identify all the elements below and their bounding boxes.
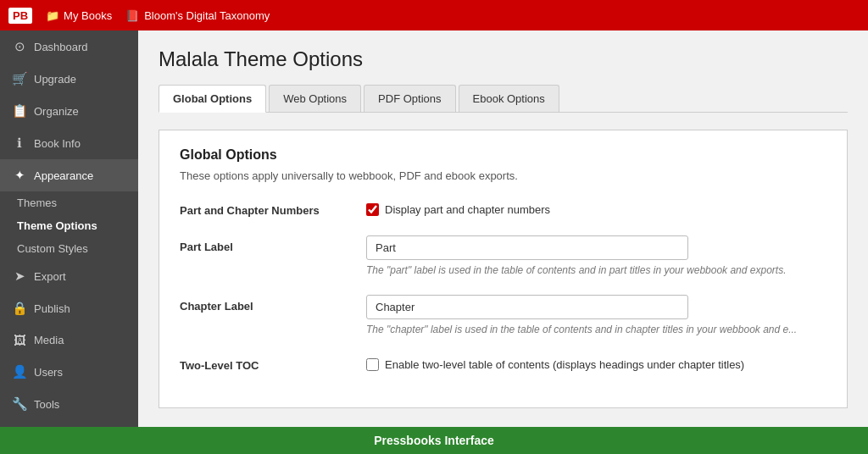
sidebar-item-export[interactable]: ➤ Export xyxy=(0,260,138,292)
checkbox-row-two-level-toc: Enable two-level table of contents (disp… xyxy=(366,354,826,371)
two-level-toc-label: Enable two-level table of contents (disp… xyxy=(385,358,744,371)
sidebar-label-dashboard: Dashboard xyxy=(34,41,88,53)
pb-logo[interactable]: PB xyxy=(8,8,32,24)
sidebar-label-publish: Publish xyxy=(34,302,70,315)
sidebar-subitem-themes[interactable]: Themes xyxy=(0,191,138,214)
sidebar-item-organize[interactable]: 📋 Organize xyxy=(0,95,138,127)
users-icon: 👤 xyxy=(12,364,27,379)
sidebar-item-appearance[interactable]: ✦ Appearance xyxy=(0,159,138,191)
sidebar-label-book-info: Book Info xyxy=(34,137,81,150)
sidebar-label-tools: Tools xyxy=(34,398,59,411)
option-control-part: The "part" label is used in the table of… xyxy=(366,235,826,276)
checkbox-row-part-chapter: Display part and chapter numbers xyxy=(366,199,826,216)
sidebar-label-users: Users xyxy=(34,366,63,379)
tab-pdf[interactable]: PDF Options xyxy=(364,85,455,112)
tools-icon: 🔧 xyxy=(12,396,27,412)
footer-bar: Pressbooks Interface xyxy=(0,427,868,454)
option-row-part-chapter: Part and Chapter Numbers Display part an… xyxy=(180,199,826,217)
sidebar-item-dashboard[interactable]: ⊙ Dashboard xyxy=(0,30,138,63)
footer-label: Pressbooks Interface xyxy=(374,434,494,447)
chapter-label-input[interactable] xyxy=(366,295,688,319)
sidebar: ⊙ Dashboard 🛒 Upgrade 📋 Organize ℹ Book … xyxy=(0,30,138,427)
option-label-part: Part Label xyxy=(180,235,349,253)
sidebar-subitem-theme-options[interactable]: Theme Options xyxy=(0,214,138,237)
sidebar-item-users[interactable]: 👤 Users xyxy=(0,356,138,388)
sidebar-item-book-info[interactable]: ℹ Book Info xyxy=(0,127,138,159)
sidebar-subitem-custom-styles[interactable]: Custom Styles xyxy=(0,237,138,260)
option-control-part-chapter: Display part and chapter numbers xyxy=(366,199,826,216)
page-title: Malala Theme Options xyxy=(159,47,848,71)
mybooks-link[interactable]: 📁 My Books xyxy=(46,9,112,22)
folder-icon: 📁 xyxy=(46,9,59,22)
sidebar-item-media[interactable]: 🖼 Media xyxy=(0,324,138,356)
appearance-icon: ✦ xyxy=(12,168,27,183)
organize-icon: 📋 xyxy=(12,103,27,119)
two-level-toc-checkbox[interactable] xyxy=(366,358,379,371)
tabs: Global Options Web Options PDF Options E… xyxy=(159,85,848,113)
dashboard-icon: ⊙ xyxy=(12,39,27,54)
sidebar-item-publish[interactable]: 🔒 Publish xyxy=(0,292,138,324)
sidebar-label-media: Media xyxy=(34,334,64,346)
mybooks-label: My Books xyxy=(64,9,112,22)
book-link[interactable]: 📕 Bloom's Digital Taxonomy xyxy=(125,9,270,22)
option-label-part-chapter: Part and Chapter Numbers xyxy=(180,199,349,217)
media-icon: 🖼 xyxy=(12,333,27,347)
section-title: Global Options xyxy=(180,147,826,163)
top-bar: PB 📁 My Books 📕 Bloom's Digital Taxonomy xyxy=(0,0,868,30)
option-label-two-level-toc: Two-Level TOC xyxy=(180,354,349,372)
sidebar-item-upgrade[interactable]: 🛒 Upgrade xyxy=(0,63,138,95)
chapter-label-hint: The "chapter" label is used in the table… xyxy=(366,324,826,335)
content-box: Global Options These options apply unive… xyxy=(159,130,848,408)
option-row-chapter-label: Chapter Label The "chapter" label is use… xyxy=(180,295,826,335)
part-label-input[interactable] xyxy=(366,235,688,260)
tab-ebook[interactable]: Ebook Options xyxy=(459,85,559,112)
layout: ⊙ Dashboard 🛒 Upgrade 📋 Organize ℹ Book … xyxy=(0,30,868,427)
sidebar-label-appearance: Appearance xyxy=(34,169,93,182)
sidebar-label-export: Export xyxy=(34,270,66,283)
option-row-part-label: Part Label The "part" label is used in t… xyxy=(180,235,826,276)
publish-icon: 🔒 xyxy=(12,301,27,316)
tab-web[interactable]: Web Options xyxy=(269,85,361,112)
sidebar-label-organize: Organize xyxy=(34,105,79,118)
main-content: Malala Theme Options Global Options Web … xyxy=(138,30,868,427)
option-control-two-level-toc: Enable two-level table of contents (disp… xyxy=(366,354,826,371)
option-label-chapter: Chapter Label xyxy=(180,295,349,313)
option-row-two-level-toc: Two-Level TOC Enable two-level table of … xyxy=(180,354,826,372)
part-chapter-checkbox-label: Display part and chapter numbers xyxy=(385,203,550,216)
upgrade-icon: 🛒 xyxy=(12,71,27,86)
part-chapter-checkbox[interactable] xyxy=(366,203,379,216)
sidebar-item-tools[interactable]: 🔧 Tools xyxy=(0,388,138,420)
option-control-chapter: The "chapter" label is used in the table… xyxy=(366,295,826,335)
book-title: Bloom's Digital Taxonomy xyxy=(144,9,270,22)
bookinfo-icon: ℹ xyxy=(12,136,27,151)
section-desc: These options apply universally to webbo… xyxy=(180,169,826,182)
sidebar-label-upgrade: Upgrade xyxy=(34,73,76,86)
book-icon: 📕 xyxy=(125,9,139,22)
export-icon: ➤ xyxy=(12,269,27,284)
part-label-hint: The "part" label is used in the table of… xyxy=(366,264,826,276)
tab-global[interactable]: Global Options xyxy=(159,85,266,113)
